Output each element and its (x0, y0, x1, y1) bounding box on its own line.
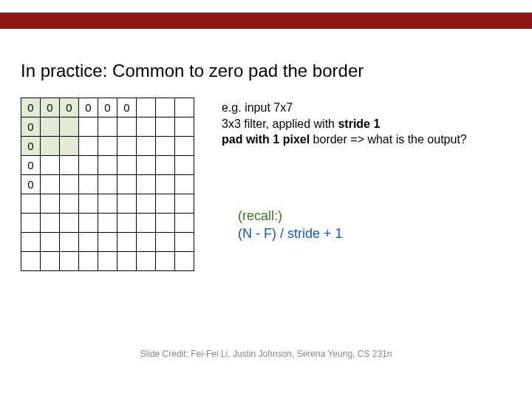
grid-cell (156, 175, 175, 194)
grid-cell: 0 (21, 98, 41, 117)
grid-cell (41, 233, 60, 252)
grid-cell (175, 98, 194, 117)
explain-line3b: border => what is the output? (310, 133, 467, 146)
grid-cell (98, 137, 117, 156)
grid-cell: 0 (41, 98, 60, 117)
grid-cell (175, 252, 194, 271)
grid-cell: 0 (21, 156, 41, 175)
formula-recall: (recall:) (238, 208, 282, 223)
grid-cell (137, 156, 156, 175)
grid-cell (79, 156, 98, 175)
grid-cell (137, 214, 156, 233)
grid-cell: 0 (98, 98, 117, 117)
grid-cell: 0 (21, 175, 41, 194)
explanation-text: e.g. input 7x7 3x3 filter, applied with … (222, 100, 467, 148)
grid-cell: 0 (60, 98, 79, 117)
grid-cell (117, 137, 137, 156)
grid-cell (60, 156, 79, 175)
grid-cell (79, 214, 98, 233)
grid-cell (98, 252, 117, 271)
grid-cell (156, 252, 175, 271)
grid-cell (156, 194, 175, 214)
grid-cell (79, 194, 98, 214)
grid-cell (41, 156, 60, 175)
grid-cell: 0 (117, 98, 137, 117)
grid-cell (175, 233, 194, 252)
grid-cell (60, 117, 79, 137)
grid-cell (137, 233, 156, 252)
grid-cell (41, 194, 60, 214)
grid-cell (117, 233, 137, 252)
grid-cell (98, 156, 117, 175)
grid-cell (156, 117, 175, 137)
explain-line2a: 3x3 filter, applied with (222, 117, 338, 130)
grid-cell: 0 (79, 98, 98, 117)
grid-cell (156, 156, 175, 175)
explain-line1: e.g. input 7x7 (222, 101, 293, 114)
grid-cell (137, 98, 156, 117)
grid-cell (117, 252, 137, 271)
grid-cell (117, 194, 137, 214)
grid-cell (21, 233, 41, 252)
grid-cell (41, 137, 60, 156)
grid-cell (175, 156, 194, 175)
grid-cell (137, 194, 156, 214)
grid-cell (21, 214, 41, 233)
slide-credit: Slide Credit: Fei-Fei Li, Justin Johnson… (0, 349, 532, 359)
slide-title: In practice: Common to zero pad the bord… (21, 61, 364, 81)
grid-cell (21, 194, 41, 214)
grid-cell (60, 252, 79, 271)
grid-cell (98, 233, 117, 252)
grid-cell (175, 137, 194, 156)
grid-cell (137, 175, 156, 194)
explain-pad: pad with 1 pixel (222, 133, 310, 146)
grid-cell (21, 252, 41, 271)
grid-cell (79, 137, 98, 156)
grid-cell (137, 117, 156, 137)
grid-cell: 0 (21, 137, 41, 156)
grid-cell (41, 117, 60, 137)
grid-cell (98, 214, 117, 233)
padding-grid: 0000000000 (21, 98, 194, 271)
grid-cell (117, 175, 137, 194)
grid-cell (41, 214, 60, 233)
formula-block: (recall:) (N - F) / stride + 1 (238, 207, 343, 243)
grid-cell: 0 (21, 117, 41, 137)
grid-cell (98, 117, 117, 137)
grid-cell (175, 194, 194, 214)
grid-cell (156, 98, 175, 117)
grid-cell (79, 175, 98, 194)
grid-cell (41, 252, 60, 271)
grid-cell (156, 214, 175, 233)
grid-cell (156, 233, 175, 252)
grid-cell (175, 175, 194, 194)
header-stripe (0, 13, 532, 29)
grid-cell (117, 117, 137, 137)
explain-stride: stride 1 (338, 117, 380, 130)
grid-cell (79, 117, 98, 137)
grid-cell (175, 117, 194, 137)
grid-cell (60, 214, 79, 233)
grid-cell (117, 214, 137, 233)
grid-cell (137, 137, 156, 156)
grid-cell (79, 233, 98, 252)
grid-cell (98, 175, 117, 194)
grid-cell (60, 194, 79, 214)
grid-cell (98, 194, 117, 214)
grid-cell (175, 214, 194, 233)
grid-cell (79, 252, 98, 271)
grid-cell (117, 156, 137, 175)
grid-cell (137, 252, 156, 271)
formula-equation: (N - F) / stride + 1 (238, 226, 343, 241)
grid-cell (60, 137, 79, 156)
grid-cell (41, 175, 60, 194)
grid-cell (60, 233, 79, 252)
grid-cell (60, 175, 79, 194)
grid-cell (156, 137, 175, 156)
